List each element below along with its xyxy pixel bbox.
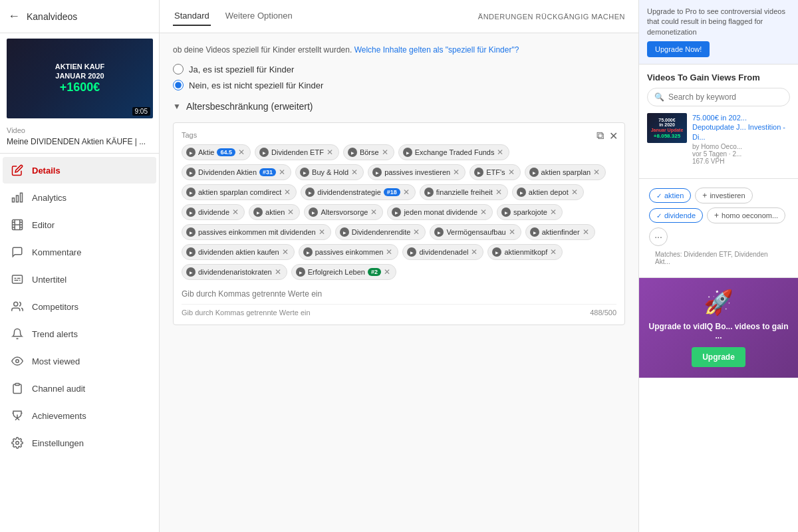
radio-no-input[interactable] (173, 80, 184, 90)
radio-yes-label: Ja, es ist speziell für Kinder (189, 65, 294, 74)
tab-standard[interactable]: Standard (173, 7, 211, 26)
tag-close[interactable]: ✕ (453, 168, 460, 176)
tag-close[interactable]: ✕ (351, 168, 358, 176)
tag-close[interactable]: ✕ (319, 228, 325, 236)
tags-header: Tags (182, 131, 616, 139)
tags-container: Tags ⧉ ✕ Aktie 64.5 ✕ Dividenden ETF ✕ (173, 122, 625, 325)
filter-tag-investieren[interactable]: + investieren (695, 188, 752, 203)
tag-close[interactable]: ✕ (508, 168, 515, 176)
tag-close[interactable]: ✕ (497, 148, 503, 156)
sidebar-item-analytics-label: Analytics (32, 193, 66, 203)
tag-close[interactable]: ✕ (279, 168, 285, 176)
tag-close[interactable]: ✕ (382, 148, 388, 156)
sidebar-item-analytics[interactable]: Analytics (3, 184, 156, 211)
tag-close[interactable]: ✕ (287, 208, 294, 216)
radio-yes-input[interactable] (173, 64, 184, 74)
sidebar-item-competitors[interactable]: Competitors (3, 293, 156, 320)
tab-weitere-optionen[interactable]: Weitere Optionen (224, 7, 294, 26)
top-bar: Standard Weitere Optionen ÄNDERUNGEN RÜC… (160, 0, 638, 33)
tag-label: Börse (360, 148, 379, 156)
video-thumbnail[interactable]: AKTIEN KAUFJANUAR 2020 +1600€ 9:05 (7, 39, 152, 118)
tag-close[interactable]: ✕ (282, 248, 289, 256)
tag-close[interactable]: ✕ (593, 168, 600, 176)
filter-tag-aktien[interactable]: ✓ aktien (649, 188, 691, 203)
tag-close[interactable]: ✕ (471, 248, 477, 256)
sidebar-item-editor[interactable]: Editor (3, 211, 156, 238)
main-content-area: Standard Weitere Optionen ÄNDERUNGEN RÜC… (160, 0, 638, 532)
tag-close[interactable]: ✕ (284, 188, 291, 196)
recommended-video[interactable]: 75.000€in 2020 Januar Update +8.058.325 … (647, 113, 790, 165)
promo-title: Upgrade to vidIQ Bo... videos to gain ..… (647, 322, 790, 340)
age-restriction-toggle[interactable]: ▼ Altersbeschränkung (erweitert) (173, 101, 625, 112)
undo-button[interactable]: ÄNDERUNGEN RÜCKGÄNGIG MACHEN (478, 13, 625, 21)
back-button[interactable]: ← (8, 9, 20, 23)
sidebar-item-channel-audit[interactable]: Channel audit (3, 375, 156, 402)
sidebar-item-kommentare[interactable]: Kommentare (3, 239, 156, 265)
tag-close[interactable]: ✕ (509, 228, 515, 236)
tag-close[interactable]: ✕ (327, 148, 333, 156)
upgrade-promo-banner: 🚀 Upgrade to vidIQ Bo... videos to gain … (639, 278, 798, 378)
svg-point-17 (16, 360, 19, 363)
sidebar-item-achievements[interactable]: Achievements (3, 402, 156, 429)
sidebar-item-most-viewed-label: Most viewed (32, 356, 80, 366)
radio-yes[interactable]: Ja, es ist speziell für Kinder (173, 64, 625, 74)
copy-tags-button[interactable]: ⧉ (597, 130, 604, 142)
bell-icon (11, 327, 24, 340)
tag-jeden-monat-dividende: jeden monat dividende ✕ (387, 204, 493, 220)
sidebar-item-untertitel[interactable]: Untertitel (3, 266, 156, 293)
tags-input[interactable] (182, 288, 616, 300)
close-tags-button[interactable]: ✕ (609, 130, 618, 142)
play-icon (303, 247, 313, 257)
tag-close[interactable]: ✕ (370, 208, 377, 216)
tag-passives-einkommen: passives einkommen ✕ (299, 244, 399, 260)
upgrade-now-button[interactable]: Upgrade Now! (647, 41, 710, 57)
sidebar-item-details[interactable]: Details (3, 157, 156, 184)
rec-vph: 167.6 VPH (692, 158, 790, 165)
filter-tag-label: investieren (710, 192, 745, 200)
tag-close[interactable]: ✕ (480, 208, 487, 216)
sidebar-item-editor-label: Editor (32, 220, 55, 230)
tag-close[interactable]: ✕ (386, 248, 392, 256)
tag-close[interactable]: ✕ (384, 268, 390, 276)
play-icon (340, 227, 349, 237)
sidebar-item-einstellungen[interactable]: Einstellungen (3, 430, 156, 456)
upgrade-promo-button[interactable]: Upgrade (692, 347, 745, 367)
tag-close[interactable]: ✕ (583, 228, 589, 236)
filter-tag-homo-oeconomicus[interactable]: + homo oeconom... (707, 207, 785, 223)
rec-by: by Homo Oeco... (692, 143, 790, 150)
sidebar-item-kommentare-label: Kommentare (32, 247, 81, 257)
more-tags-button[interactable]: ··· (649, 227, 668, 246)
rec-meta: vor 5 Tagen · 2... (692, 150, 790, 158)
upgrade-banner: Upgrade to Pro to see controversial vide… (639, 0, 798, 65)
tag-label: jeden monat dividende (404, 208, 477, 216)
play-icon (186, 168, 196, 177)
video-duration: 9:05 (132, 107, 150, 116)
tag-close[interactable]: ✕ (571, 188, 578, 196)
tag-close[interactable]: ✕ (495, 188, 502, 196)
rec-title: 75.000€ in 202... Depotupdate J... Inves… (692, 113, 790, 142)
tag-label: dividendenadel (419, 248, 468, 256)
tag-close[interactable]: ✕ (550, 248, 557, 256)
filter-tag-dividende[interactable]: ✓ dividende (649, 208, 703, 223)
tag-label: passives einkommen (315, 248, 384, 256)
search-input[interactable] (668, 92, 783, 102)
sidebar-item-most-viewed[interactable]: Most viewed (3, 348, 156, 374)
sidebar-header: ← Kanalvideos (0, 0, 159, 33)
tag-close[interactable]: ✕ (238, 148, 245, 156)
tag-aktien-sparplan-comdirect: aktien sparplan comdirect ✕ (182, 184, 297, 200)
tag-label: aktienmitkopf (504, 248, 547, 256)
sidebar-item-trend-alerts[interactable]: Trend alerts (3, 321, 156, 347)
tag-close[interactable]: ✕ (232, 208, 239, 216)
tag-close[interactable]: ✕ (275, 268, 281, 276)
play-icon (296, 267, 305, 277)
radio-no[interactable]: Nein, es ist nicht speziell für Kinder (173, 80, 625, 90)
play-icon (492, 247, 501, 257)
check-icon: ✓ (656, 212, 662, 219)
rec-info: 75.000€ in 202... Depotupdate J... Inves… (692, 113, 790, 165)
tag-close[interactable]: ✕ (413, 228, 420, 236)
tag-close[interactable]: ✕ (403, 188, 410, 196)
info-link[interactable]: Welche Inhalte gelten als "speziell für … (354, 45, 519, 55)
sidebar-item-trend-alerts-label: Trend alerts (32, 329, 78, 339)
play-icon (474, 168, 483, 177)
tag-close[interactable]: ✕ (550, 208, 557, 216)
